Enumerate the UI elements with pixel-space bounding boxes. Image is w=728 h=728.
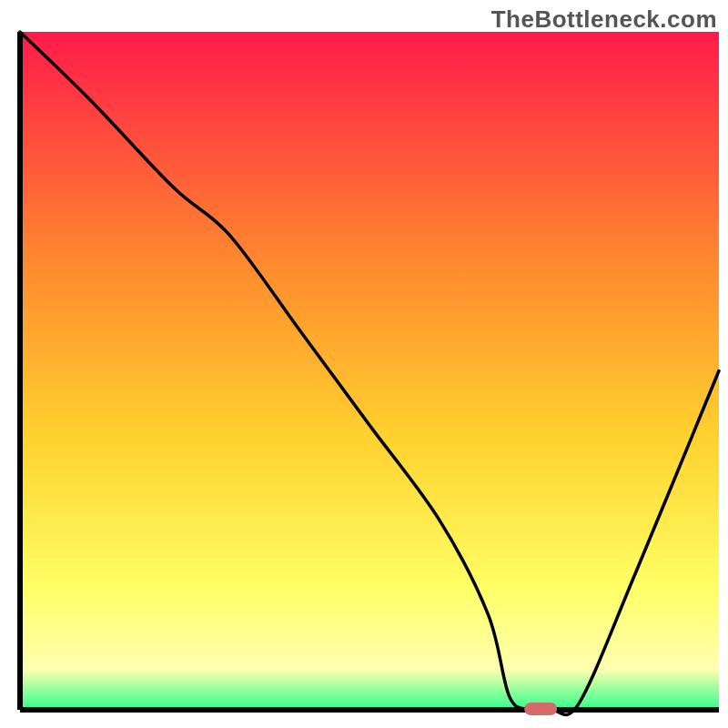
watermark-label: TheBottleneck.com <box>491 5 717 34</box>
optimum-marker <box>524 703 557 715</box>
bottleneck-chart <box>0 0 728 728</box>
chart-container: TheBottleneck.com <box>0 0 728 728</box>
plot-background <box>20 32 719 710</box>
